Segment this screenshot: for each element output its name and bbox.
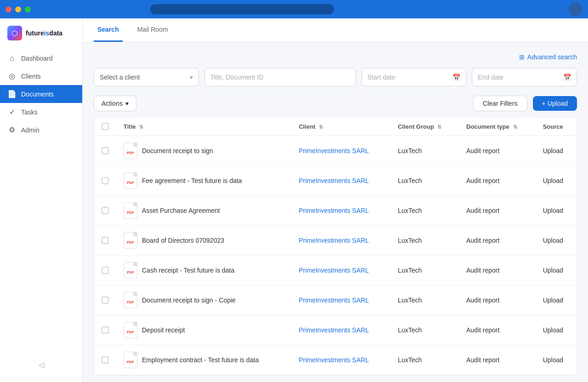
sidebar-item-tasks[interactable]: ✓ Tasks: [0, 103, 82, 121]
row-checkbox-1[interactable]: [102, 177, 109, 184]
pdf-icon-7: PDF: [124, 352, 137, 368]
dashboard-icon: ⌂: [7, 54, 17, 63]
sidebar-item-admin-label: Admin: [21, 126, 40, 134]
row-checkbox-0[interactable]: [102, 147, 109, 154]
row-client-group-7: LuxTech: [390, 345, 459, 375]
table-row[interactable]: PDF Cash receipt - Test future is data P…: [94, 256, 577, 285]
titlebar-dot-yellow[interactable]: [15, 6, 21, 12]
row-title-0[interactable]: PDF Document receipt to sign: [116, 136, 291, 166]
table-row[interactable]: PDF Deposit receipt PrimeInvestments SAR…: [94, 315, 577, 345]
row-title-5[interactable]: PDF Document receipt to sign - Copie: [116, 285, 291, 315]
table-row[interactable]: PDF Document receipt to sign PrimeInvest…: [94, 136, 577, 166]
table-body: PDF Document receipt to sign PrimeInvest…: [94, 136, 577, 375]
header-title[interactable]: Title ⇅: [116, 117, 291, 136]
collapse-icon: ◁: [39, 360, 44, 369]
content-area: ⊞ Advanced search Select a client ▾ Titl…: [83, 42, 588, 382]
actions-label: Actions: [102, 100, 123, 107]
header-document-type[interactable]: Document type ⇅: [459, 117, 536, 136]
header-client[interactable]: Client ⇅: [291, 117, 390, 136]
row-client-7[interactable]: PrimeInvestments SARL: [291, 345, 390, 375]
row-source-3: Upload: [536, 226, 577, 256]
titlebar-dot-red[interactable]: [6, 6, 11, 12]
app-container: ⬡ futureisdata ⌂ Dashboard ◎ Clients 📄 D…: [0, 18, 588, 382]
row-client-group-6: LuxTech: [390, 315, 459, 345]
sidebar-item-admin[interactable]: ⚙ Admin: [0, 121, 82, 139]
tab-mailroom[interactable]: Mail Room: [134, 18, 172, 42]
logo-icon: ⬡: [7, 26, 22, 40]
advanced-search-link[interactable]: ⊞ Advanced search: [519, 53, 577, 61]
row-checkbox-cell: [94, 285, 116, 315]
row-title-1[interactable]: PDF Fee agreement - Test future is data: [116, 166, 291, 196]
row-client-group-2: LuxTech: [390, 196, 459, 226]
client-sort-icon: ⇅: [319, 124, 323, 130]
pdf-icon-0: PDF: [124, 143, 137, 159]
row-checkbox-5[interactable]: [102, 296, 109, 304]
row-source-0: Upload: [536, 136, 577, 166]
row-checkbox-2[interactable]: [102, 207, 109, 214]
table-row[interactable]: PDF Board of Directors 07092023 PrimeInv…: [94, 226, 577, 256]
pdf-icon-2: PDF: [124, 202, 137, 219]
client-filter[interactable]: Select a client ▾: [94, 68, 199, 86]
clear-filters-button[interactable]: Clear Filters: [473, 96, 527, 111]
logo: ⬡ futureisdata: [0, 26, 82, 50]
row-client-0[interactable]: PrimeInvestments SARL: [291, 136, 390, 166]
document-search-input[interactable]: Title, Document ID: [204, 68, 356, 86]
row-checkbox-3[interactable]: [102, 237, 109, 244]
admin-icon: ⚙: [7, 125, 17, 134]
sidebar-item-documents[interactable]: 📄 Documents: [0, 85, 82, 103]
start-date-placeholder: Start date: [368, 74, 396, 81]
row-client-3[interactable]: PrimeInvestments SARL: [291, 226, 390, 256]
sidebar-item-clients[interactable]: ◎ Clients: [0, 67, 82, 85]
advanced-search-label: Advanced search: [527, 53, 577, 61]
header-client-group[interactable]: Client Group ⇅: [390, 117, 459, 136]
row-title-2[interactable]: PDF Asset Purchase Agreement: [116, 196, 291, 226]
row-document-type-1: Audit report: [459, 166, 536, 196]
row-client-1[interactable]: PrimeInvestments SARL: [291, 166, 390, 196]
titlebar: [0, 0, 588, 18]
row-checkbox-cell: [94, 256, 116, 285]
row-client-4[interactable]: PrimeInvestments SARL: [291, 256, 390, 285]
upload-button[interactable]: + Upload: [533, 96, 577, 111]
table-row[interactable]: PDF Asset Purchase Agreement PrimeInvest…: [94, 196, 577, 226]
row-checkbox-cell: [94, 136, 116, 166]
documents-icon: 📄: [7, 90, 17, 98]
header-checkbox-cell: [94, 117, 116, 136]
row-checkbox-4[interactable]: [102, 267, 109, 274]
row-checkbox-6[interactable]: [102, 326, 109, 334]
filters-row: Select a client ▾ Title, Document ID Sta…: [94, 68, 577, 86]
row-source-4: Upload: [536, 256, 577, 285]
avatar[interactable]: [569, 2, 582, 16]
titlebar-dot-green[interactable]: [25, 6, 31, 12]
table-row[interactable]: PDF Employment contract - Test future is…: [94, 345, 577, 375]
select-all-checkbox[interactable]: [102, 123, 109, 130]
row-client-group-3: LuxTech: [390, 226, 459, 256]
sidebar: ⬡ futureisdata ⌂ Dashboard ◎ Clients 📄 D…: [0, 18, 83, 382]
row-title-7[interactable]: PDF Employment contract - Test future is…: [116, 345, 291, 375]
row-source-2: Upload: [536, 196, 577, 226]
end-date-filter[interactable]: End date 📅: [472, 68, 577, 86]
table-row[interactable]: PDF Document receipt to sign - Copie Pri…: [94, 285, 577, 315]
sidebar-collapse-button[interactable]: ◁: [0, 355, 82, 375]
row-checkbox-7[interactable]: [102, 356, 109, 364]
table-row[interactable]: PDF Fee agreement - Test future is data …: [94, 166, 577, 196]
start-date-filter[interactable]: Start date 📅: [362, 68, 467, 86]
client-filter-label: Select a client: [100, 74, 140, 81]
row-client-group-4: LuxTech: [390, 256, 459, 285]
row-title-6[interactable]: PDF Deposit receipt: [116, 315, 291, 345]
actions-right: Clear Filters + Upload: [473, 96, 577, 111]
row-client-group-1: LuxTech: [390, 166, 459, 196]
row-title-4[interactable]: PDF Cash receipt - Test future is data: [116, 256, 291, 285]
row-client-6[interactable]: PrimeInvestments SARL: [291, 315, 390, 345]
tab-search[interactable]: Search: [94, 18, 123, 42]
row-document-type-5: Audit report: [459, 285, 536, 315]
sidebar-item-dashboard[interactable]: ⌂ Dashboard: [0, 50, 82, 67]
client-filter-chevron: ▾: [190, 74, 193, 81]
row-title-3[interactable]: PDF Board of Directors 07092023: [116, 226, 291, 256]
row-client-2[interactable]: PrimeInvestments SARL: [291, 196, 390, 226]
row-checkbox-cell: [94, 196, 116, 226]
logo-text: futureisdata: [26, 29, 62, 37]
actions-button[interactable]: Actions ▾: [94, 96, 136, 111]
addressbar[interactable]: [150, 4, 334, 14]
row-client-5[interactable]: PrimeInvestments SARL: [291, 285, 390, 315]
header-source[interactable]: Source: [536, 117, 577, 136]
